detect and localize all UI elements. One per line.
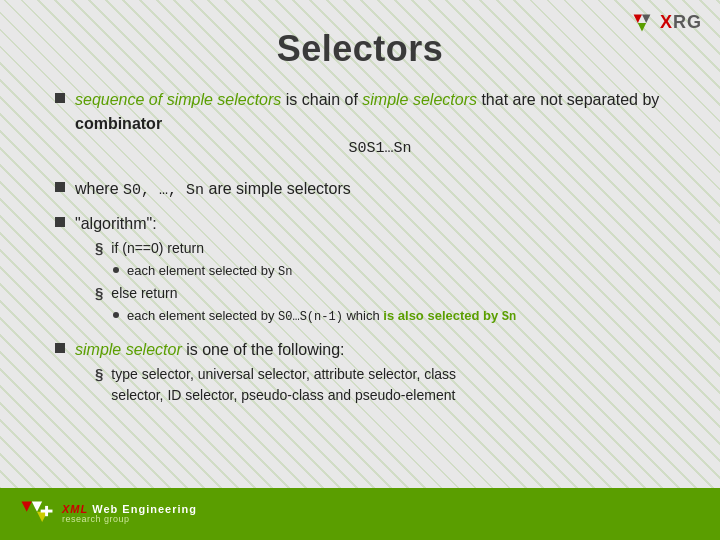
text-pseudo-element: pseudo-element [355, 387, 455, 403]
text-simple-selectors: simple selectors [362, 91, 477, 108]
bullet-4: simple selector is one of the following:… [55, 338, 665, 408]
bullet-square-1 [55, 93, 65, 103]
sub-item-if: § if (n==0) return [95, 238, 665, 259]
text-and: and [328, 387, 355, 403]
bullet-text-1: sequence of simple selectors is chain of… [75, 88, 665, 167]
bottom-logo: XML Web Engineering research group [18, 500, 197, 528]
bullet-square-2 [55, 182, 65, 192]
text-selector-4: selector, [111, 387, 167, 403]
bullet-3: "algorithm": § if (n==0) return each ele… [55, 212, 665, 328]
text-universal-selector: universal [198, 366, 254, 382]
dot-2 [113, 312, 119, 318]
text-also-selected: is also selected by [383, 308, 502, 323]
text-is-chain: is chain of [286, 91, 362, 108]
sub-text-types: type selector, universal selector, attri… [111, 364, 456, 406]
text-class-selector: class [424, 366, 456, 382]
text-selector-3: selector, [368, 366, 424, 382]
dot-1 [113, 267, 119, 273]
center-code: S0S1…Sn [95, 138, 665, 161]
text-sequence: sequence of simple selectors [75, 91, 281, 108]
text-selector-2: selector, [258, 366, 314, 382]
sub-text-else: else return [111, 283, 177, 304]
bottom-logo-line2: research group [62, 515, 197, 525]
text-pseudo-class: pseudo-class [241, 387, 324, 403]
dot-text-if: each element selected by Sn [127, 261, 292, 281]
text-not-separated: that are not separated by [481, 91, 659, 108]
section-mark-1: § [95, 239, 103, 256]
logo-top-right: XRG [628, 12, 702, 33]
text-simple-selector: simple selector [75, 341, 182, 358]
section-mark-3: § [95, 365, 103, 382]
xrg-logo-text: XRG [660, 12, 702, 33]
xrg-logo-icon [628, 13, 656, 33]
bottom-logo-text: XML Web Engineering research group [62, 503, 197, 525]
text-type-selector: type [111, 366, 137, 382]
text-combinator: combinator [75, 115, 162, 132]
bullet-square-3 [55, 217, 65, 227]
svg-marker-3 [22, 501, 32, 511]
code-sn-1: Sn [278, 265, 292, 279]
sub-item-else: § else return [95, 283, 665, 304]
bullet-2: where S0, …, Sn are simple selectors [55, 177, 665, 203]
sub-item-types: § type selector, universal selector, att… [95, 364, 665, 406]
slide-content: sequence of simple selectors is chain of… [0, 88, 720, 540]
text-attribute-selector: attribute [314, 366, 365, 382]
bottom-bar: XML Web Engineering research group [0, 488, 720, 540]
slide: XRG Selectors sequence of simple selecto… [0, 0, 720, 540]
dot-item-else: each element selected by S0…S(n-1) which… [113, 306, 665, 326]
algorithm-label: "algorithm": [75, 212, 665, 236]
code-if: if (n==0) return [111, 240, 204, 256]
bullet-text-2: where S0, …, Sn are simple selectors [75, 177, 351, 203]
text-where: where [75, 180, 123, 197]
text-selector-1: selector, [142, 366, 198, 382]
svg-marker-1 [642, 14, 650, 22]
dot-text-else: each element selected by S0…S(n-1) which… [127, 306, 516, 326]
code-sn-2: Sn [502, 310, 516, 324]
svg-rect-8 [41, 510, 53, 513]
bullet-1: sequence of simple selectors is chain of… [55, 88, 665, 167]
section-mark-2: § [95, 284, 103, 301]
code-else: else return [111, 285, 177, 301]
code-s0-sn1: S0…S(n-1) [278, 310, 343, 324]
bottom-xrg-icon [18, 500, 56, 528]
bullet-text-4: simple selector is one of the following:… [75, 338, 665, 408]
sub-text-if: if (n==0) return [111, 238, 204, 259]
svg-marker-4 [32, 501, 42, 511]
text-is-one-of: is one of the following: [186, 341, 344, 358]
svg-marker-0 [634, 14, 642, 22]
text-which: which [346, 308, 383, 323]
simple-selector-label: simple selector is one of the following: [75, 338, 665, 362]
text-are-simple: are simple selectors [209, 180, 351, 197]
bullet-square-4 [55, 343, 65, 353]
sub-bullets-4: § type selector, universal selector, att… [95, 364, 665, 406]
text-s0-sn: S0, …, Sn [123, 182, 204, 199]
svg-marker-5 [27, 512, 37, 522]
svg-marker-2 [638, 23, 646, 31]
dot-item-if: each element selected by Sn [113, 261, 665, 281]
text-selector-5: selector, [185, 387, 241, 403]
text-id-selector: ID [167, 387, 181, 403]
slide-title: Selectors [0, 0, 720, 88]
sub-bullets-3: § if (n==0) return each element selected… [95, 238, 665, 326]
bullet-text-3: "algorithm": § if (n==0) return each ele… [75, 212, 665, 328]
